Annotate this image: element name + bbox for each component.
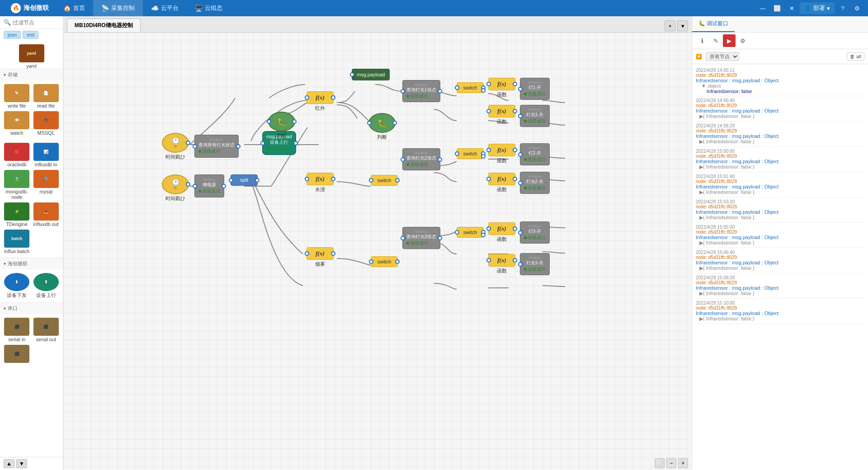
node-modbus-light1-on[interactable]: Modbus 灯1-开 连接成功 [520, 78, 550, 100]
node-modbus-light2-off[interactable]: Modbus 灯光2-关 连接成功 [520, 172, 550, 194]
canvas-tab-main[interactable]: MB10DI4RO继电器控制 [67, 19, 141, 32]
node-func-light3-on[interactable]: f(x) 函数 [488, 222, 515, 243]
node-switch-water[interactable]: switch [371, 175, 398, 186]
maximize-button[interactable]: ⬜ [771, 2, 783, 14]
node-modbus-light3-on[interactable]: Modbus 灯3-开 连接成功 [520, 221, 550, 244]
debug-collapse-4[interactable]: ▶{ Infraredsensor: false } [696, 164, 864, 170]
node-judge-top[interactable]: 🐛 判断 [268, 112, 295, 139]
query-light3-text: 查询灯光3状态 [406, 234, 436, 240]
node-query-light3[interactable]: Modbus 查询灯光3状态 连接成功 [402, 227, 440, 249]
debug-collapse-7[interactable]: ▶{ Infraredsensor: false } [696, 240, 864, 246]
node-yaml[interactable]: yaml yaml [4, 44, 59, 69]
node-relay-modbus[interactable]: Modbus 继电器 连接成功 [194, 174, 224, 197]
sidebar-down-button[interactable]: ▼ [16, 459, 27, 468]
section-storage[interactable]: ▾ 存储 [0, 69, 63, 80]
node-device-up[interactable]: ⬆ 设备上行 [33, 273, 60, 299]
node-func-light1-on[interactable]: f(x) 函数 [488, 78, 515, 98]
debug-collapse-3[interactable]: ▶{ Infraredsensor: false } [696, 139, 864, 145]
debug-collapse-10[interactable]: ▶{ Infraredsensor: false } [696, 316, 864, 322]
node-judge-mid[interactable]: 🐛 判断 [368, 113, 396, 141]
node-water-func[interactable]: f(x) 水浸 [307, 173, 334, 193]
search-input[interactable] [13, 19, 63, 26]
node-serial3[interactable]: ⬛ [4, 345, 30, 364]
canvas-fit-button[interactable]: ⬜ [655, 458, 665, 468]
node-switch-light2[interactable]: switch [457, 148, 484, 159]
minimize-button[interactable]: — [756, 2, 769, 14]
section-serial[interactable]: ▾ 串口 [0, 302, 63, 314]
node-func-light1-off[interactable]: f(x) 函数 [488, 105, 515, 125]
node-modbus-light1-off[interactable]: Modbus 灯光1-关 连接成功 [520, 105, 550, 127]
node-infrared-func[interactable]: f(x) 红外 [307, 91, 334, 112]
node-watch[interactable]: 👁 watch [4, 111, 30, 136]
node-device-down[interactable]: ⬇ 设备下发 [4, 273, 30, 299]
node-func-light2-off[interactable]: f(x) 函数 [488, 173, 515, 193]
tag-xml[interactable]: xml [23, 31, 38, 39]
help-button[interactable]: ? [836, 2, 849, 14]
debug-collapse-9[interactable]: ▶{ Infraredsensor: false } [696, 291, 864, 296]
node-modbus-light2-on[interactable]: Modbus 灯2-开 连接成功 [520, 143, 550, 165]
port-in-switch-light1 [455, 85, 459, 90]
node-msg-payload-top[interactable]: msg.payload [352, 69, 390, 80]
debug-clear-button[interactable]: 🗑 all [847, 52, 864, 61]
node-query-light1[interactable]: Modbus 查询灯光1状态 连接成功 [402, 80, 440, 102]
section-haichuang[interactable]: ▾ 海创微联 [0, 258, 63, 269]
node-influxdb-in[interactable]: 📊 influxdb in [33, 143, 60, 167]
debug-collapse-2[interactable]: ▶{ Infraredsensor: false } [696, 113, 864, 119]
node-write-file[interactable]: ✎ write file [4, 84, 30, 108]
rp-edit-button[interactable]: ✎ [709, 34, 722, 47]
tab-add-button[interactable]: + [665, 20, 675, 31]
haichuang-arrow-icon: ▾ [4, 261, 6, 266]
section-storage-label: 存储 [8, 71, 18, 78]
node-split[interactable]: split [231, 174, 258, 186]
debug-collapse-6[interactable]: ▶{ Infraredsensor: false } [696, 215, 864, 221]
app-logo[interactable]: 🔥 海创微联 [5, 3, 55, 13]
nav-collect[interactable]: 📡 采集控制 [93, 0, 143, 16]
port-out-judge-mid [392, 121, 397, 125]
tab-menu-button[interactable]: ▾ [677, 20, 688, 31]
node-influx-batch[interactable]: batch influx batch [4, 230, 30, 254]
rp-deploy-button[interactable]: ▶ [723, 34, 736, 47]
node-tdengine[interactable]: ⚡ TDengine [4, 202, 30, 227]
rp-info-button[interactable]: ℹ [696, 34, 708, 47]
close-button[interactable]: ✕ [785, 2, 798, 14]
filter-select[interactable]: 所有节点 [706, 52, 739, 61]
node-switch-smoke[interactable]: switch [371, 256, 398, 267]
canvas-zoom-out-button[interactable]: − [666, 458, 676, 468]
debug-log[interactable]: 2022/4/28 14:55:11 node: d5d31ffc:8029 I… [692, 64, 868, 470]
node-oracledb[interactable]: 🔴 oracledb [4, 143, 30, 167]
tab-debug[interactable]: 🐛 调试窗口 [692, 16, 735, 32]
node-query-light2[interactable]: Modbus 查询灯光2状态 连接成功 [402, 148, 440, 170]
nav-cloudstate[interactable]: 🖥️ 云组态 [187, 0, 231, 16]
nav-cloud[interactable]: ☁️ 云平台 [143, 0, 187, 16]
node-timer1[interactable]: 🕐 ↻ 时间戳ひ [162, 133, 189, 160]
node-serial-out[interactable]: ⬛ serial out [33, 318, 60, 342]
sidebar-up-button[interactable]: ▲ [4, 459, 14, 468]
node-func-light2-on[interactable]: f(x) 函数 [488, 144, 515, 164]
node-serial-in[interactable]: ⬛ serial in [4, 318, 30, 342]
node-mysql[interactable]: 🐬 mysql [33, 170, 60, 200]
canvas-zoom-in-button[interactable]: + [678, 458, 688, 468]
node-modbus-light3-off[interactable]: Modbus 灯光3-关 连接成功 [520, 253, 550, 275]
debug-collapse-8[interactable]: ▶{ Infraredsensor: false } [696, 265, 864, 271]
rp-settings-button[interactable]: ⚙ [736, 34, 749, 47]
port-out-infrared-func [331, 95, 335, 100]
debug-key-1: ▼ object [696, 83, 864, 89]
node-func-light3-off[interactable]: f(x) 函数 [488, 254, 515, 274]
node-smoke-func[interactable]: f(x) 烟雾 [307, 247, 334, 268]
node-influxdb-out[interactable]: 📤 influxdb out [33, 202, 60, 227]
nav-home[interactable]: 🏠 首页 [55, 0, 93, 16]
node-mssql[interactable]: 🐻 MSSQL [33, 111, 60, 136]
debug-entry-2: 2022/4/28 14:56:40 node: d5d31ffc:8029 I… [696, 96, 864, 122]
node-read-file[interactable]: 📄 read file [33, 84, 60, 108]
node-query-all-lights[interactable]: Modbus 查询所有灯光状态 连接成功 [194, 135, 239, 158]
user-menu-button[interactable]: 👤 部署 ▾ [800, 2, 835, 14]
func-light3-off-text: 函数 [497, 268, 507, 274]
node-switch-light3[interactable]: switch [457, 227, 484, 238]
node-switch-light1[interactable]: switch [457, 82, 484, 93]
tag-json[interactable]: json [4, 31, 21, 39]
cloud-icon: ☁️ [151, 5, 159, 12]
debug-collapse-5[interactable]: ▶{ Infraredsensor: false } [696, 189, 864, 195]
settings-button[interactable]: ⚙ [851, 2, 863, 14]
node-timer2[interactable]: 🕐 ↻ 时间戳ひ [162, 174, 189, 202]
node-mongodb[interactable]: 🍃 mongodb-node [4, 170, 30, 200]
